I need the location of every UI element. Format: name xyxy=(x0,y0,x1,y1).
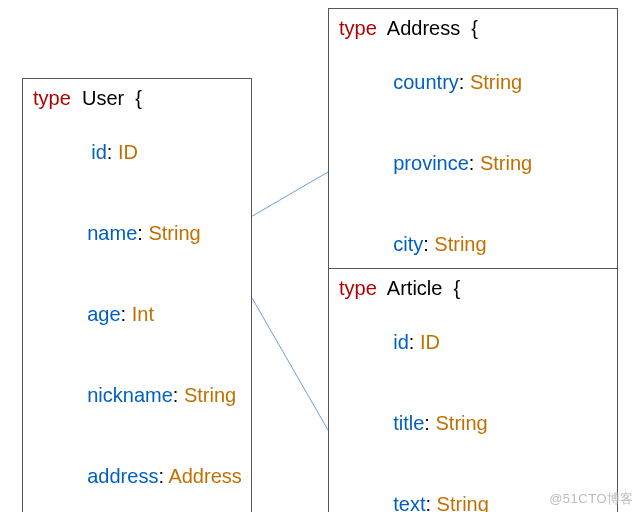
field-line-address: address: Address xyxy=(33,436,241,512)
field-type: String xyxy=(184,384,236,406)
field-line: id: ID xyxy=(33,112,241,193)
brace-open: { xyxy=(454,277,461,299)
type-name-article: Article xyxy=(387,277,443,299)
field-name: text xyxy=(393,493,425,512)
field-line: country: String xyxy=(339,42,607,123)
field-type: String xyxy=(434,233,486,255)
field-type: String xyxy=(437,493,489,512)
type-name-address: Address xyxy=(387,17,460,39)
field-name: nickname xyxy=(87,384,173,406)
field-type: String xyxy=(148,222,200,244)
field-name: city xyxy=(393,233,423,255)
svg-line-1 xyxy=(252,298,328,430)
field-name: id xyxy=(91,141,107,163)
type-header-user: type User { xyxy=(33,85,241,112)
field-name: id xyxy=(393,331,409,353)
field-line: title: String xyxy=(339,383,607,464)
field-name: title xyxy=(393,412,424,434)
field-type: String xyxy=(435,412,487,434)
field-line: name: String xyxy=(33,193,241,274)
keyword-type: type xyxy=(339,277,377,299)
type-box-article: type Article { id: ID title: String text… xyxy=(328,268,618,512)
field-type: Int xyxy=(132,303,154,325)
field-name: age xyxy=(87,303,120,325)
field-name: name xyxy=(87,222,137,244)
field-line: nickname: String xyxy=(33,355,241,436)
field-type: String xyxy=(480,152,532,174)
keyword-type: type xyxy=(339,17,377,39)
type-header-article: type Article { xyxy=(339,275,607,302)
field-line: age: Int xyxy=(33,274,241,355)
field-line: id: ID xyxy=(339,302,607,383)
keyword-type: type xyxy=(33,87,71,109)
brace-open: { xyxy=(471,17,478,39)
type-name-user: User xyxy=(82,87,124,109)
brace-open: { xyxy=(135,87,142,109)
field-type: ID xyxy=(118,141,138,163)
field-name: province xyxy=(393,152,469,174)
field-type: Address xyxy=(168,465,241,487)
field-name: country xyxy=(393,71,459,93)
field-line: province: String xyxy=(339,123,607,204)
field-type: ID xyxy=(420,331,440,353)
watermark: @51CTO博客 xyxy=(549,490,634,508)
type-box-user: type User { id: ID name: String age: Int… xyxy=(22,78,252,512)
field-type: String xyxy=(470,71,522,93)
field-name: address xyxy=(87,465,158,487)
type-header-address: type Address { xyxy=(339,15,607,42)
